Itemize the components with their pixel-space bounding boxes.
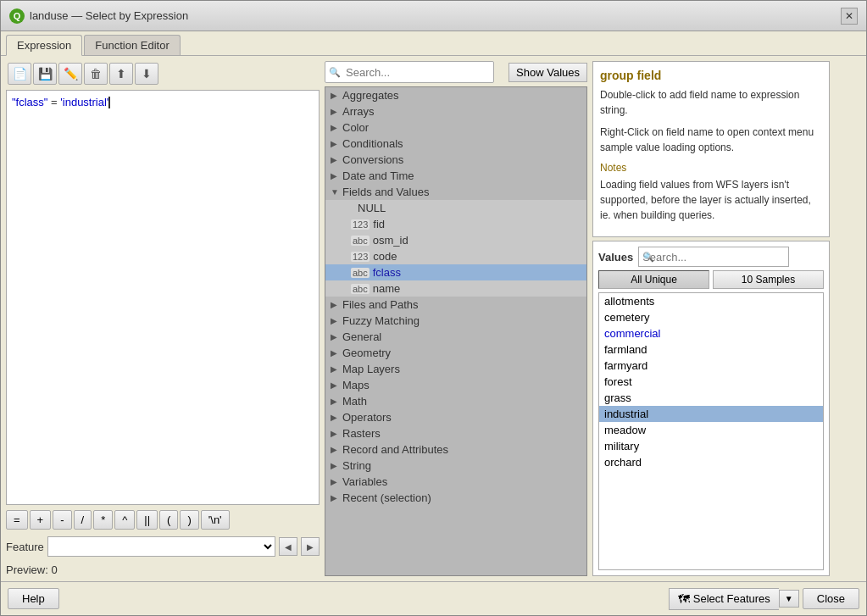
chevron-right-icon: ▶ xyxy=(331,300,342,309)
func-group-label: Conversions xyxy=(342,153,403,166)
func-group-rasters[interactable]: ▶ Rasters xyxy=(325,425,586,441)
field-name-label: code xyxy=(373,250,397,263)
save-expression-button[interactable]: 💾 xyxy=(33,63,57,85)
chevron-right-icon: ▶ xyxy=(331,139,342,148)
op-div[interactable]: / xyxy=(74,510,92,530)
feature-select[interactable] xyxy=(47,536,275,557)
func-group-label: Recent (selection) xyxy=(342,491,431,504)
chevron-right-icon: ▶ xyxy=(331,397,342,406)
bottom-bar: Help 🗺 Select Features ▼ Close xyxy=(1,581,866,615)
value-farmland[interactable]: farmland xyxy=(599,341,823,358)
func-group-conditionals[interactable]: ▶ Conditionals xyxy=(325,136,586,152)
help-description-1: Double-click to add field name to expres… xyxy=(600,87,822,118)
new-expression-button[interactable]: 📄 xyxy=(8,63,31,85)
op-minus[interactable]: - xyxy=(53,510,71,530)
value-military[interactable]: military xyxy=(599,438,823,454)
prev-feature-button[interactable]: ◀ xyxy=(279,537,297,556)
func-group-record[interactable]: ▶ Record and Attributes xyxy=(325,441,586,458)
func-group-general[interactable]: ▶ General xyxy=(325,329,586,345)
func-group-arrays[interactable]: ▶ Arrays xyxy=(325,103,586,119)
field-null[interactable]: NULL xyxy=(325,200,586,216)
func-group-date-time[interactable]: ▶ Date and Time xyxy=(325,168,586,184)
func-group-fuzzy[interactable]: ▶ Fuzzy Matching xyxy=(325,313,586,329)
select-features-dropdown-button[interactable]: ▼ xyxy=(779,590,799,608)
window-title: landuse — Select by Expression xyxy=(30,9,188,22)
value-industrial[interactable]: industrial xyxy=(599,406,823,422)
value-grass[interactable]: grass xyxy=(599,390,823,406)
function-list: ▶ Aggregates ▶ Arrays ▶ Color ▶ Conditio… xyxy=(325,86,587,576)
func-group-color[interactable]: ▶ Color xyxy=(325,119,586,136)
func-group-string[interactable]: ▶ String xyxy=(325,458,586,474)
value-allotments[interactable]: allotments xyxy=(599,293,823,309)
delete-expression-button[interactable]: 🗑 xyxy=(84,63,108,85)
op-rparen[interactable]: ) xyxy=(180,510,198,530)
value-forest[interactable]: forest xyxy=(599,374,823,390)
field-code[interactable]: 123 code xyxy=(325,248,586,264)
func-group-label: String xyxy=(342,459,371,472)
field-type-label: 123 xyxy=(351,219,370,230)
function-search-input[interactable] xyxy=(325,61,494,83)
func-group-math[interactable]: ▶ Math xyxy=(325,393,586,409)
func-group-maps[interactable]: ▶ Maps xyxy=(325,377,586,393)
func-group-conversions[interactable]: ▶ Conversions xyxy=(325,152,586,168)
right-panel: group field Double-click to add field na… xyxy=(592,61,830,576)
op-plus[interactable]: + xyxy=(30,510,52,530)
help-description-2: Right-Click on field name to open contex… xyxy=(600,125,822,155)
value-cemetery[interactable]: cemetery xyxy=(599,309,823,325)
op-newline[interactable]: '\n' xyxy=(201,510,230,530)
chevron-right-icon: ▶ xyxy=(331,380,342,390)
value-commercial[interactable]: commercial xyxy=(599,325,823,341)
op-lparen[interactable]: ( xyxy=(159,510,178,530)
left-panel: 📄 💾 ✏️ 🗑 ⬆ ⬇ "fclass" = 'industrial' = +… xyxy=(6,61,320,576)
preview-label: Preview: xyxy=(6,563,48,576)
func-group-fields-values[interactable]: ▼ Fields and Values xyxy=(325,184,586,200)
field-type-label: abc xyxy=(351,284,370,294)
func-group-operators[interactable]: ▶ Operators xyxy=(325,409,586,425)
cursor xyxy=(108,97,110,108)
all-unique-button[interactable]: All Unique xyxy=(598,270,709,289)
help-button[interactable]: Help xyxy=(8,588,59,609)
func-group-label: Files and Paths xyxy=(342,298,419,311)
value-farmyard[interactable]: farmyard xyxy=(599,358,823,374)
field-fid[interactable]: 123 fid xyxy=(325,216,586,232)
field-fclass[interactable]: abc fclass xyxy=(325,264,586,280)
chevron-right-icon: ▶ xyxy=(331,461,342,470)
op-mul[interactable]: * xyxy=(93,510,113,530)
load-down-button[interactable]: ⬇ xyxy=(135,63,158,85)
op-equals[interactable]: = xyxy=(6,510,28,530)
values-search-input[interactable] xyxy=(638,247,789,267)
func-group-recent[interactable]: ▶ Recent (selection) xyxy=(325,490,586,506)
func-group-geometry[interactable]: ▶ Geometry xyxy=(325,345,586,361)
show-values-button[interactable]: Show Values xyxy=(509,63,587,82)
edit-expression-button[interactable]: ✏️ xyxy=(58,63,82,85)
func-group-label: Rasters xyxy=(342,427,381,440)
field-name[interactable]: abc name xyxy=(325,280,586,297)
func-group-variables[interactable]: ▶ Variables xyxy=(325,474,586,490)
func-group-map-layers[interactable]: ▶ Map Layers xyxy=(325,361,586,377)
chevron-right-icon: ▶ xyxy=(331,429,342,438)
chevron-right-icon: ▶ xyxy=(331,413,342,422)
window-close-button[interactable]: ✕ xyxy=(841,8,858,25)
select-features-icon: 🗺 xyxy=(678,592,690,606)
close-button[interactable]: Close xyxy=(803,588,859,609)
samples-button[interactable]: 10 Samples xyxy=(713,270,824,289)
value-orchard[interactable]: orchard xyxy=(599,454,823,470)
tab-function-editor[interactable]: Function Editor xyxy=(84,35,180,55)
field-osm-id[interactable]: abc osm_id xyxy=(325,232,586,248)
next-feature-button[interactable]: ▶ xyxy=(301,537,320,556)
chevron-right-icon: ▶ xyxy=(331,123,342,132)
value-meadow[interactable]: meadow xyxy=(599,422,823,438)
op-pow[interactable]: ^ xyxy=(114,510,135,530)
chevron-right-icon: ▶ xyxy=(331,364,342,374)
expression-editor[interactable]: "fclass" = 'industrial' xyxy=(6,90,320,505)
func-group-files-paths[interactable]: ▶ Files and Paths xyxy=(325,297,586,313)
field-name-label: fid xyxy=(373,218,385,230)
func-group-aggregates[interactable]: ▶ Aggregates xyxy=(325,87,586,103)
tab-expression[interactable]: Expression xyxy=(6,35,82,56)
select-features-button[interactable]: 🗺 Select Features xyxy=(669,588,779,610)
preview-row: Preview: 0 xyxy=(6,563,320,576)
values-list: allotments cemetery commercial farmland … xyxy=(598,292,824,570)
load-up-button[interactable]: ⬆ xyxy=(109,63,133,85)
op-concat[interactable]: || xyxy=(136,510,158,530)
chevron-right-icon: ▶ xyxy=(331,348,342,358)
